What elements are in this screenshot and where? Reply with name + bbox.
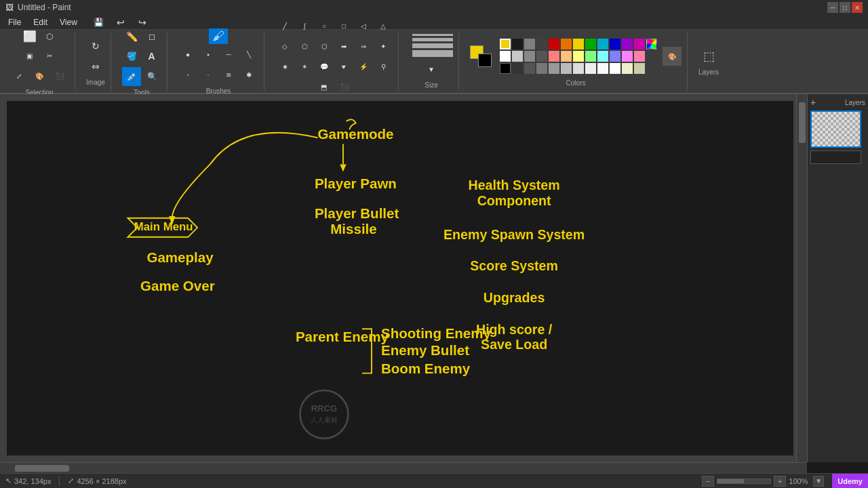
tri-btn[interactable]: △ xyxy=(374,16,393,35)
rotate-btn[interactable]: ↻ xyxy=(86,37,105,56)
color-dk7[interactable] xyxy=(573,63,584,74)
layer-thumbnail-active[interactable] xyxy=(810,110,861,148)
color-orange[interactable] xyxy=(561,39,572,49)
save-quick-btn[interactable]: 💾 xyxy=(90,13,108,32)
brush1-btn[interactable]: ● xyxy=(178,45,197,64)
color-lt-cyan[interactable] xyxy=(597,51,608,62)
color-dk5[interactable] xyxy=(549,63,559,74)
rect-select-btn[interactable]: ⬜ xyxy=(20,27,39,46)
color-darkgray[interactable] xyxy=(536,39,547,49)
size-down-btn[interactable]: ▼ xyxy=(422,60,441,79)
color-green[interactable] xyxy=(585,39,596,49)
drawing-canvas[interactable]: Gamemode Player Pawn Player Bullet Missi… xyxy=(7,101,793,455)
outline-btn[interactable]: ⬒ xyxy=(315,77,334,96)
color-yellow2[interactable] xyxy=(573,39,584,49)
invert-btn[interactable]: ⬛ xyxy=(50,67,69,86)
color-dk4[interactable] xyxy=(536,63,547,74)
color-lt-yellow[interactable] xyxy=(573,51,584,62)
fill-btn[interactable]: 🪣 xyxy=(123,47,142,66)
color-dk10[interactable] xyxy=(610,63,620,74)
hex-btn[interactable]: ⬡ xyxy=(315,37,334,56)
brush7-btn[interactable]: ≋ xyxy=(219,66,238,85)
color-dk12[interactable] xyxy=(634,63,645,74)
bolt-btn[interactable]: ⚡ xyxy=(354,57,373,76)
layer-thumbnail-2[interactable] xyxy=(810,150,861,164)
color-ltgray[interactable] xyxy=(512,51,523,62)
horizontal-scrollbar[interactable] xyxy=(0,462,807,473)
color-dk2[interactable] xyxy=(512,63,523,74)
color-black2[interactable] xyxy=(500,63,511,74)
color-white[interactable] xyxy=(500,51,511,62)
minimize-button[interactable]: ─ xyxy=(827,2,838,13)
color-lt-pink[interactable] xyxy=(634,51,645,62)
brush-btn[interactable]: 🖌 xyxy=(209,28,228,44)
color-pick-btn[interactable]: 💉 xyxy=(122,67,141,86)
free-select-btn[interactable]: ⬡ xyxy=(40,27,59,46)
color-lt-red[interactable] xyxy=(549,51,559,62)
foot-btn[interactable]: ⚲ xyxy=(374,57,393,76)
star6-btn[interactable]: ✶ xyxy=(295,57,314,76)
pencil-btn[interactable]: ✏️ xyxy=(123,27,142,46)
star4-btn[interactable]: ✦ xyxy=(374,37,393,56)
color-cyan[interactable] xyxy=(597,39,608,49)
brush8-btn[interactable]: ✱ xyxy=(239,66,258,85)
penta-btn[interactable]: ⬠ xyxy=(295,37,314,56)
brush4-btn[interactable]: ╲ xyxy=(239,45,258,64)
rect-btn[interactable]: □ xyxy=(334,16,353,35)
color-lt-purple[interactable] xyxy=(622,51,633,62)
zoom-out-btn[interactable]: − xyxy=(702,476,714,487)
color-lt-orange[interactable] xyxy=(561,51,572,62)
arrow-btn[interactable]: ➡ xyxy=(334,37,353,56)
zoom-dropdown-btn[interactable]: ▼ xyxy=(813,476,824,487)
background-color[interactable] xyxy=(478,54,492,67)
layers-add-btn[interactable]: + xyxy=(810,97,816,108)
shapes-section: ╱ ∫ ○ □ ◁ △ ◇ ⬠ ⬡ ➡ ⇒ ✦ ★ ✶ 💬 ♥ ⚡ ⚲ xyxy=(270,33,399,90)
edit-colors-btn[interactable]: 🎨 xyxy=(663,47,682,66)
line-btn[interactable]: ╱ xyxy=(275,16,294,35)
color-purple[interactable] xyxy=(622,39,633,49)
color-red[interactable] xyxy=(549,39,559,49)
color-lt-blue[interactable] xyxy=(610,51,620,62)
arrow2-btn[interactable]: ⇒ xyxy=(354,37,373,56)
color-dk6[interactable] xyxy=(561,63,572,74)
color-pink[interactable] xyxy=(634,39,645,49)
select-all-btn[interactable]: ▣ xyxy=(20,47,39,66)
vertical-scrollbar[interactable] xyxy=(796,94,807,462)
color-gray[interactable] xyxy=(524,39,535,49)
eraser-btn[interactable]: ◻ xyxy=(142,27,161,46)
brush5-btn[interactable]: ◦ xyxy=(178,66,197,85)
text-btn[interactable]: A xyxy=(142,47,161,66)
color-dk9[interactable] xyxy=(597,63,608,74)
resize-btn[interactable]: ⤢ xyxy=(9,67,28,86)
close-button[interactable]: ✕ xyxy=(852,2,863,13)
color-dk8[interactable] xyxy=(585,63,596,74)
color-lt-green[interactable] xyxy=(585,51,596,62)
curve-btn[interactable]: ∫ xyxy=(295,16,314,35)
color-dkgray[interactable] xyxy=(536,51,547,62)
select-color-btn[interactable]: 🎨 xyxy=(30,67,49,86)
callout-btn[interactable]: 💬 xyxy=(315,57,334,76)
color-dk11[interactable] xyxy=(622,63,633,74)
rtri-btn[interactable]: ◁ xyxy=(354,16,373,35)
crop-btn[interactable]: ✂ xyxy=(40,47,59,66)
fill-shape-btn[interactable]: ⬛ xyxy=(335,77,354,96)
oval-btn[interactable]: ○ xyxy=(315,16,334,35)
diam-btn[interactable]: ◇ xyxy=(275,37,294,56)
color-blue[interactable] xyxy=(610,39,620,49)
color-yellow[interactable] xyxy=(500,39,511,49)
maximize-button[interactable]: □ xyxy=(840,2,850,13)
flip-btn[interactable]: ⇔ xyxy=(86,57,105,76)
layers-btn[interactable]: ⬚ xyxy=(699,47,718,66)
zoom-in-btn[interactable]: + xyxy=(774,476,786,487)
color-mdgray[interactable] xyxy=(524,51,535,62)
magnify-btn[interactable]: 🔍 xyxy=(142,67,161,86)
brush2-btn[interactable]: ▪ xyxy=(199,45,218,64)
brush6-btn[interactable]: · xyxy=(199,66,218,85)
star5-btn[interactable]: ★ xyxy=(275,57,294,76)
color-custom[interactable] xyxy=(646,39,657,49)
svg-point-0 xyxy=(300,390,348,439)
color-black[interactable] xyxy=(512,39,523,49)
heart-btn[interactable]: ♥ xyxy=(334,57,353,76)
color-dk3[interactable] xyxy=(524,63,535,74)
brush3-btn[interactable]: ─ xyxy=(219,45,238,64)
